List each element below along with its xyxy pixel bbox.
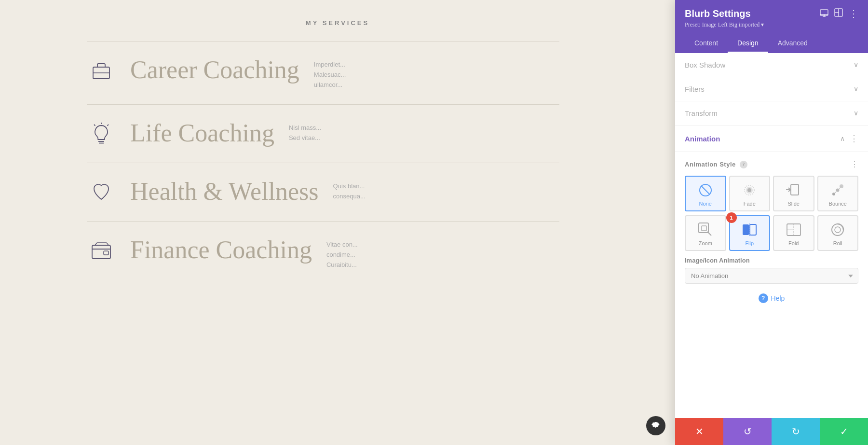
animation-style-more-icon[interactable]: ⋮ xyxy=(851,160,858,169)
svg-rect-33 xyxy=(750,224,756,235)
redo-icon: ↻ xyxy=(792,426,800,437)
life-coaching-title: Life Coaching xyxy=(130,119,274,147)
image-icon-animation-label: Image/Icon Animation xyxy=(685,257,858,264)
animation-chevron-up-icon: ∧ xyxy=(840,135,845,143)
fold-label: Fold xyxy=(788,240,799,246)
image-icon-animation-row: Image/Icon Animation No Animation Fade I… xyxy=(685,257,858,284)
settings-icon xyxy=(651,421,661,431)
settings-panel: Blurb Settings xyxy=(675,0,868,445)
animation-style-flip[interactable]: 1 Flip xyxy=(729,215,771,251)
service-item-finance[interactable]: Finance Coaching Vitae con...condime...C… xyxy=(87,222,559,285)
animation-style-none[interactable]: None xyxy=(685,176,726,211)
fade-label: Fade xyxy=(744,201,756,207)
undo-button[interactable]: ↺ xyxy=(723,418,772,445)
svg-line-6 xyxy=(108,125,109,126)
slide-icon xyxy=(785,181,802,199)
redo-button[interactable]: ↻ xyxy=(772,418,820,445)
zoom-label: Zoom xyxy=(699,240,712,246)
panel-title-icons: ⋮ xyxy=(820,8,858,19)
animation-more-icon[interactable]: ⋮ xyxy=(850,133,858,144)
finance-coaching-title: Finance Coaching xyxy=(130,236,312,264)
health-wellness-title: Health & Wellness xyxy=(130,178,319,205)
responsive-icon[interactable] xyxy=(820,8,828,19)
zoom-icon xyxy=(697,221,714,238)
filters-chevron-icon: ∨ xyxy=(854,85,858,93)
svg-rect-8 xyxy=(104,251,108,255)
bounce-label: Bounce xyxy=(829,201,847,207)
svg-rect-7 xyxy=(92,245,110,259)
animation-label: Animation xyxy=(685,135,720,143)
transform-section-header[interactable]: Transform ∨ xyxy=(675,101,868,125)
layout-icon[interactable] xyxy=(834,8,843,19)
svg-rect-29 xyxy=(699,223,708,233)
more-options-icon[interactable]: ⋮ xyxy=(849,8,858,19)
filters-section-header[interactable]: Filters ∨ xyxy=(675,77,868,101)
svg-line-31 xyxy=(707,232,711,236)
briefcase-icon xyxy=(87,56,116,85)
animation-style-help-icon[interactable]: ? xyxy=(740,161,747,168)
svg-rect-30 xyxy=(702,226,706,231)
animation-section-header[interactable]: Animation ∧ ⋮ xyxy=(675,125,868,152)
animation-style-grid-row1: None Fade xyxy=(685,176,858,211)
action-bar: ✕ ↺ ↻ ✓ xyxy=(675,418,868,445)
panel-title: Blurb Settings xyxy=(685,8,751,19)
flip-badge: 1 xyxy=(726,212,737,223)
service-item-health[interactable]: Health & Wellness Quis blan...consequa..… xyxy=(87,163,559,222)
tab-design[interactable]: Design xyxy=(728,34,768,53)
svg-point-27 xyxy=(836,189,840,192)
flip-icon xyxy=(741,221,758,238)
animation-body: Animation Style ? ⋮ None xyxy=(675,152,868,320)
animation-style-fold[interactable]: Fold xyxy=(773,215,814,251)
floating-settings-button[interactable] xyxy=(646,416,665,435)
tab-advanced[interactable]: Advanced xyxy=(768,34,817,53)
animation-style-zoom[interactable]: Zoom xyxy=(685,215,726,251)
panel-preset[interactable]: Preset: Image Left Big imported ▾ xyxy=(685,21,858,28)
panel-body: Box Shadow ∨ Filters ∨ Transform ∨ Anima… xyxy=(675,53,868,418)
image-icon-animation-select[interactable]: No Animation Fade In Slide In Bounce In xyxy=(685,268,858,284)
lightbulb-icon xyxy=(87,119,116,148)
none-label: None xyxy=(699,201,712,207)
health-wellness-text: Quis blan...consequa... xyxy=(333,178,366,202)
slide-label: Slide xyxy=(788,201,800,207)
finance-coaching-text: Vitae con...condime...Curaibitu... xyxy=(326,236,358,270)
box-shadow-chevron-icon: ∨ xyxy=(854,61,858,69)
animation-header-right: ∧ ⋮ xyxy=(840,133,858,144)
help-icon: ? xyxy=(759,293,768,303)
service-item-career[interactable]: Career Coaching Imperdiet...Malesuac...u… xyxy=(87,41,559,105)
svg-rect-24 xyxy=(791,184,799,195)
save-button[interactable]: ✓ xyxy=(820,418,868,445)
help-row[interactable]: ? Help xyxy=(685,284,858,313)
life-coaching-text: Nisl mass...Sed vitae... xyxy=(289,119,321,143)
roll-icon xyxy=(829,221,846,238)
wallet-icon xyxy=(87,236,116,265)
fade-icon xyxy=(741,181,758,199)
svg-point-39 xyxy=(835,227,841,233)
filters-label: Filters xyxy=(685,85,705,93)
animation-style-slide[interactable]: Slide xyxy=(773,176,814,211)
career-coaching-text: Imperdiet...Malesuac...ullamcor... xyxy=(314,56,346,90)
animation-style-row: Animation Style ? ⋮ xyxy=(685,160,858,169)
transform-label: Transform xyxy=(685,109,718,117)
animation-style-grid-row2: Zoom 1 Flip xyxy=(685,215,858,251)
undo-icon: ↺ xyxy=(744,426,752,437)
animation-style-roll[interactable]: Roll xyxy=(817,215,859,251)
panel-title-row: Blurb Settings xyxy=(685,8,858,19)
tab-content[interactable]: Content xyxy=(685,34,728,53)
none-icon xyxy=(697,181,714,199)
animation-section: Animation ∧ ⋮ Animation Style ? ⋮ xyxy=(675,125,868,320)
bounce-icon xyxy=(829,181,846,199)
animation-style-fade[interactable]: Fade xyxy=(729,176,771,211)
help-label: Help xyxy=(771,294,785,302)
service-item-life[interactable]: Life Coaching Nisl mass...Sed vitae... xyxy=(87,105,559,163)
cancel-button[interactable]: ✕ xyxy=(675,418,723,445)
svg-point-23 xyxy=(747,188,751,192)
heart-icon xyxy=(87,178,116,207)
career-coaching-title: Career Coaching xyxy=(130,56,299,83)
service-list: Career Coaching Imperdiet...Malesuac...u… xyxy=(87,41,559,285)
box-shadow-section-header[interactable]: Box Shadow ∨ xyxy=(675,53,868,77)
svg-rect-32 xyxy=(743,224,749,235)
roll-label: Roll xyxy=(833,240,842,246)
save-icon: ✓ xyxy=(840,426,848,437)
animation-style-bounce[interactable]: Bounce xyxy=(817,176,859,211)
panel-header: Blurb Settings xyxy=(675,0,868,53)
